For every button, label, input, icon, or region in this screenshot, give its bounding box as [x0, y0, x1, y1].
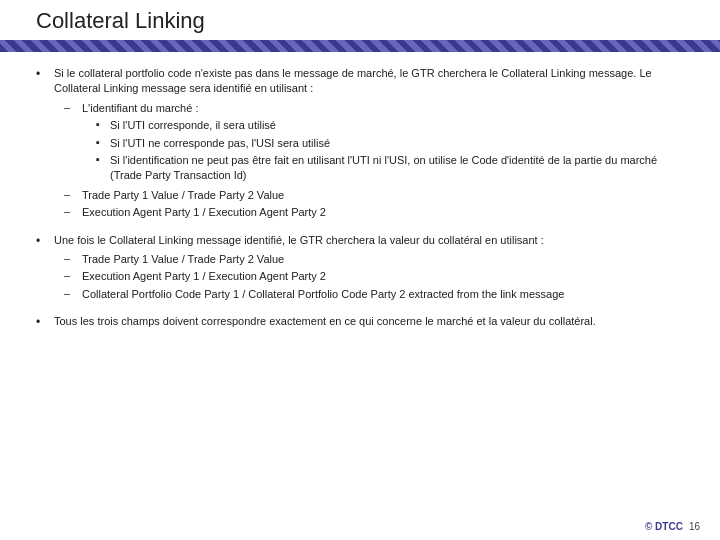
- sub-dash-2c: –: [64, 287, 82, 299]
- bullet-item-2: • Une fois le Collateral Linking message…: [36, 233, 684, 305]
- sub-item-2b: – Execution Agent Party 1 / Execution Ag…: [64, 269, 684, 284]
- bullet-dot-1: •: [36, 67, 54, 81]
- sub-item-1a: – L'identifiant du marché : ▪ Si l'UTI c…: [64, 101, 684, 186]
- bullet-text-block-3: Tous les trois champs doivent correspond…: [54, 314, 684, 333]
- sub-sub-text-1: Si l'UTI corresponde, il sera utilisé: [110, 118, 276, 133]
- sub-dash-1a: –: [64, 101, 82, 113]
- sub-dash-1b: –: [64, 188, 82, 200]
- sub-sub-item-3: ▪ Si l'identification ne peut pas être f…: [96, 153, 684, 184]
- bullet-main-text-2: Une fois le Collateral Linking message i…: [54, 233, 684, 248]
- sub-item-1c: – Execution Agent Party 1 / Execution Ag…: [64, 205, 684, 220]
- sub-list-1: – L'identifiant du marché : ▪ Si l'UTI c…: [64, 101, 684, 221]
- sub-text-block-1a: L'identifiant du marché : ▪ Si l'UTI cor…: [82, 101, 684, 186]
- sub-text-1b: Trade Party 1 Value / Trade Party 2 Valu…: [82, 188, 284, 203]
- bullet-text-block-2: Une fois le Collateral Linking message i…: [54, 233, 684, 305]
- page: Collateral Linking • Si le collateral po…: [0, 0, 720, 540]
- sub-item-1b: – Trade Party 1 Value / Trade Party 2 Va…: [64, 188, 684, 203]
- sub-sub-text-2: Si l'UTI ne corresponde pas, l'USI sera …: [110, 136, 330, 151]
- sub-sub-item-2: ▪ Si l'UTI ne corresponde pas, l'USI ser…: [96, 136, 684, 151]
- sub-dash-2b: –: [64, 269, 82, 281]
- footer-page-number: 16: [689, 521, 700, 532]
- sub-sub-item-1: ▪ Si l'UTI corresponde, il sera utilisé: [96, 118, 684, 133]
- sub-item-2a: – Trade Party 1 Value / Trade Party 2 Va…: [64, 252, 684, 267]
- footer: © DTCC 16: [645, 521, 700, 532]
- sub-dash-1c: –: [64, 205, 82, 217]
- sub-sub-bullet-1: ▪: [96, 118, 110, 130]
- bullet-dot-3: •: [36, 315, 54, 329]
- page-title: Collateral Linking: [36, 8, 684, 34]
- content: • Si le collateral portfolio code n'exis…: [0, 62, 720, 347]
- divider-bar: [0, 40, 720, 52]
- bullet-main-text-1: Si le collateral portfolio code n'existe…: [54, 66, 684, 97]
- bullet-item-1: • Si le collateral portfolio code n'exis…: [36, 66, 684, 223]
- sub-text-2c: Collateral Portfolio Code Party 1 / Coll…: [82, 287, 564, 302]
- sub-text-2b: Execution Agent Party 1 / Execution Agen…: [82, 269, 326, 284]
- sub-text-2a: Trade Party 1 Value / Trade Party 2 Valu…: [82, 252, 284, 267]
- sub-sub-text-3: Si l'identification ne peut pas être fai…: [110, 153, 684, 184]
- footer-logo: © DTCC: [645, 521, 683, 532]
- sub-sub-bullet-3: ▪: [96, 153, 110, 165]
- sub-sub-list-1a: ▪ Si l'UTI corresponde, il sera utilisé …: [96, 118, 684, 184]
- bullet-item-3: • Tous les trois champs doivent correspo…: [36, 314, 684, 333]
- sub-sub-bullet-2: ▪: [96, 136, 110, 148]
- header: Collateral Linking: [0, 0, 720, 40]
- bullet-main-text-3: Tous les trois champs doivent correspond…: [54, 314, 684, 329]
- bullet-text-block-1: Si le collateral portfolio code n'existe…: [54, 66, 684, 223]
- sub-text-1a: L'identifiant du marché :: [82, 102, 198, 114]
- sub-dash-2a: –: [64, 252, 82, 264]
- sub-list-2: – Trade Party 1 Value / Trade Party 2 Va…: [64, 252, 684, 302]
- sub-item-2c: – Collateral Portfolio Code Party 1 / Co…: [64, 287, 684, 302]
- sub-text-1c: Execution Agent Party 1 / Execution Agen…: [82, 205, 326, 220]
- bullet-dot-2: •: [36, 234, 54, 248]
